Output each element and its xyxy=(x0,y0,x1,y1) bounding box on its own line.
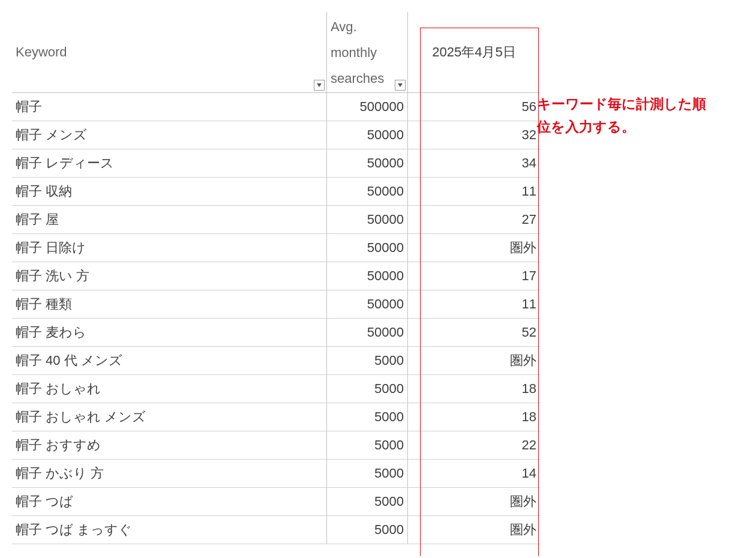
cell-rank[interactable]: 11 xyxy=(408,178,540,206)
column-header-searches[interactable]: Avg. monthly searches xyxy=(327,12,408,93)
keyword-text: 帽子 種類 xyxy=(16,295,72,313)
rank-value: 56 xyxy=(522,99,536,115)
table-row[interactable]: 帽子 日除け50000圏外 xyxy=(12,234,540,262)
cell-keyword[interactable]: 帽子 収納 xyxy=(12,178,327,206)
date-header-label: 2025年4月5日 xyxy=(432,43,515,61)
cell-keyword[interactable]: 帽子 日除け xyxy=(12,234,327,262)
cell-rank[interactable]: 11 xyxy=(408,290,540,319)
searches-value: 5000 xyxy=(374,381,404,397)
cell-searches[interactable]: 5000 xyxy=(327,347,408,375)
cell-rank[interactable]: 34 xyxy=(408,149,540,178)
column-header-date[interactable]: 2025年4月5日 xyxy=(408,12,540,93)
cell-rank[interactable]: 圏外 xyxy=(408,234,540,262)
cell-keyword[interactable]: 帽子 xyxy=(12,93,327,121)
rank-value: 22 xyxy=(522,437,536,453)
table-row[interactable]: 帽子 つば まっすぐ5000圏外 xyxy=(12,516,540,544)
searches-value: 5000 xyxy=(374,522,404,538)
cell-searches[interactable]: 50000 xyxy=(327,262,408,290)
cell-keyword[interactable]: 帽子 メンズ xyxy=(12,121,327,149)
table-row[interactable]: 帽子 収納5000011 xyxy=(12,178,540,206)
cell-rank[interactable]: 圏外 xyxy=(408,488,540,516)
cell-searches[interactable]: 5000 xyxy=(327,488,408,516)
cell-keyword[interactable]: 帽子 おしゃれ xyxy=(12,375,327,403)
cell-searches[interactable]: 5000 xyxy=(327,516,408,544)
keyword-text: 帽子 おしゃれ xyxy=(16,380,101,398)
cell-rank[interactable]: 56 xyxy=(408,93,540,121)
rank-value: 18 xyxy=(522,381,536,397)
cell-keyword[interactable]: 帽子 麦わら xyxy=(12,319,327,347)
cell-keyword[interactable]: 帽子 おしゃれ メンズ xyxy=(12,403,327,431)
cell-keyword[interactable]: 帽子 40 代 メンズ xyxy=(12,347,327,375)
cell-rank[interactable]: 圏外 xyxy=(408,516,540,544)
table-row[interactable]: 帽子 かぶり 方500014 xyxy=(12,460,540,488)
searches-value: 5000 xyxy=(374,353,404,368)
rank-value: 32 xyxy=(522,127,536,143)
cell-keyword[interactable]: 帽子 屋 xyxy=(12,206,327,234)
table-row[interactable]: 帽子 洗い 方5000017 xyxy=(12,262,540,290)
rank-value: 圏外 xyxy=(510,493,536,511)
cell-searches[interactable]: 50000 xyxy=(327,149,408,178)
cell-keyword[interactable]: 帽子 レディース xyxy=(12,149,327,178)
keyword-text: 帽子 おしゃれ メンズ xyxy=(16,408,146,426)
spreadsheet: Keyword Avg. monthly searches 2025年4月5日 … xyxy=(12,12,540,544)
cell-searches[interactable]: 5000 xyxy=(327,431,408,460)
table-row[interactable]: 帽子 つば5000圏外 xyxy=(12,488,540,516)
cell-searches[interactable]: 50000 xyxy=(327,319,408,347)
cell-keyword[interactable]: 帽子 かぶり 方 xyxy=(12,460,327,488)
searches-value: 5000 xyxy=(374,409,404,425)
cell-rank[interactable]: 52 xyxy=(408,319,540,347)
filter-dropdown-searches[interactable] xyxy=(395,80,406,91)
cell-rank[interactable]: 18 xyxy=(408,375,540,403)
searches-value: 5000 xyxy=(374,494,404,509)
keyword-text: 帽子 おすすめ xyxy=(16,436,101,454)
table-row[interactable]: 帽子 麦わら5000052 xyxy=(12,319,540,347)
rank-value: 18 xyxy=(522,409,536,425)
keyword-text: 帽子 レディース xyxy=(16,154,114,172)
table-row[interactable]: 帽子 屋5000027 xyxy=(12,206,540,234)
annotation-text: キーワード毎に計測した順位を入力する。 xyxy=(537,93,717,139)
keyword-header-label: Keyword xyxy=(16,44,67,60)
cell-keyword[interactable]: 帽子 つば xyxy=(12,488,327,516)
cell-rank[interactable]: 22 xyxy=(408,431,540,460)
cell-searches[interactable]: 50000 xyxy=(327,206,408,234)
rank-value: 11 xyxy=(522,184,536,199)
cell-rank[interactable]: 18 xyxy=(408,403,540,431)
cell-searches[interactable]: 50000 xyxy=(327,121,408,149)
cell-searches[interactable]: 500000 xyxy=(327,93,408,121)
chevron-down-icon xyxy=(398,83,403,87)
cell-rank[interactable]: 圏外 xyxy=(408,347,540,375)
cell-keyword[interactable]: 帽子 洗い 方 xyxy=(12,262,327,290)
table-row[interactable]: 帽子 おしゃれ500018 xyxy=(12,375,540,403)
cell-searches[interactable]: 5000 xyxy=(327,375,408,403)
rank-value: 圏外 xyxy=(510,521,536,539)
cell-rank[interactable]: 32 xyxy=(408,121,540,149)
cell-rank[interactable]: 27 xyxy=(408,206,540,234)
filter-dropdown-keyword[interactable] xyxy=(314,80,325,91)
cell-searches[interactable]: 50000 xyxy=(327,178,408,206)
table-row[interactable]: 帽子 おしゃれ メンズ500018 xyxy=(12,403,540,431)
column-header-keyword[interactable]: Keyword xyxy=(12,12,327,93)
cell-keyword[interactable]: 帽子 おすすめ xyxy=(12,431,327,460)
table-row[interactable]: 帽子 40 代 メンズ5000圏外 xyxy=(12,347,540,375)
table-row[interactable]: 帽子 レディース5000034 xyxy=(12,149,540,178)
cell-rank[interactable]: 17 xyxy=(408,262,540,290)
svg-marker-1 xyxy=(398,83,403,87)
table-body: 帽子50000056帽子 メンズ5000032帽子 レディース5000034帽子… xyxy=(12,93,540,544)
rank-value: 圏外 xyxy=(510,352,536,370)
cell-keyword[interactable]: 帽子 種類 xyxy=(12,290,327,319)
searches-value: 50000 xyxy=(367,325,404,340)
rank-value: 14 xyxy=(522,466,536,481)
table-row[interactable]: 帽子 種類5000011 xyxy=(12,290,540,319)
cell-searches[interactable]: 50000 xyxy=(327,290,408,319)
table-row[interactable]: 帽子 メンズ5000032 xyxy=(12,121,540,149)
rank-value: 圏外 xyxy=(510,239,536,257)
searches-header-label: Avg. monthly searches xyxy=(331,14,384,92)
cell-searches[interactable]: 5000 xyxy=(327,460,408,488)
rank-value: 17 xyxy=(522,268,536,284)
cell-rank[interactable]: 14 xyxy=(408,460,540,488)
table-row[interactable]: 帽子50000056 xyxy=(12,93,540,121)
cell-keyword[interactable]: 帽子 つば まっすぐ xyxy=(12,516,327,544)
cell-searches[interactable]: 50000 xyxy=(327,234,408,262)
table-row[interactable]: 帽子 おすすめ500022 xyxy=(12,431,540,460)
cell-searches[interactable]: 5000 xyxy=(327,403,408,431)
